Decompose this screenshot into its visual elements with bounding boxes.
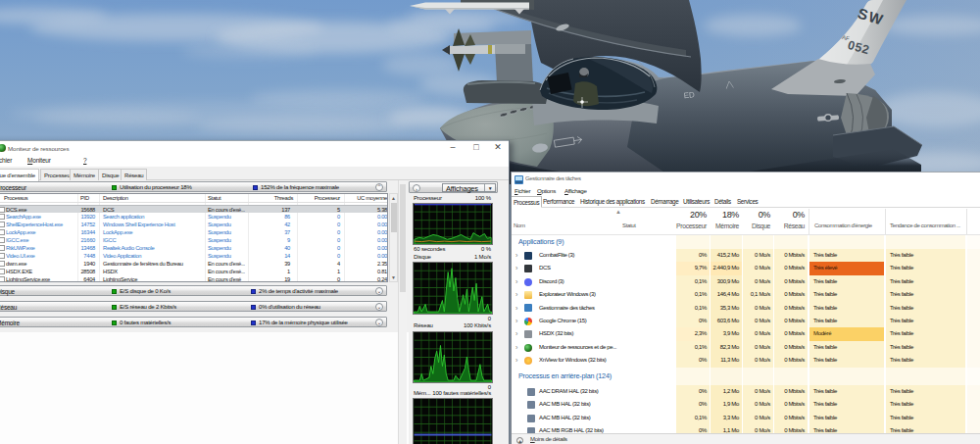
svg-text:ED: ED [683, 90, 695, 100]
